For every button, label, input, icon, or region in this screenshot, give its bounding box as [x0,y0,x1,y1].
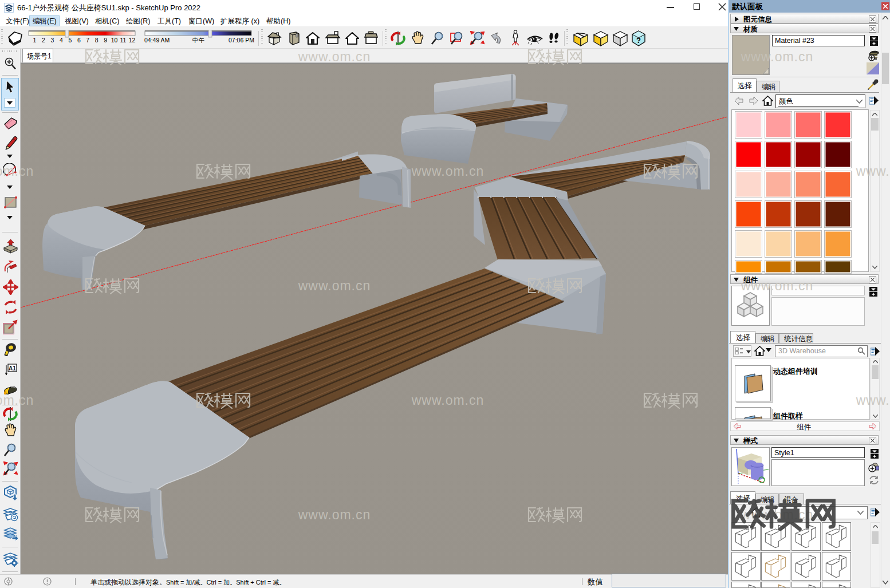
svg-text:A1: A1 [9,365,16,372]
svg-text:?: ? [636,36,641,45]
